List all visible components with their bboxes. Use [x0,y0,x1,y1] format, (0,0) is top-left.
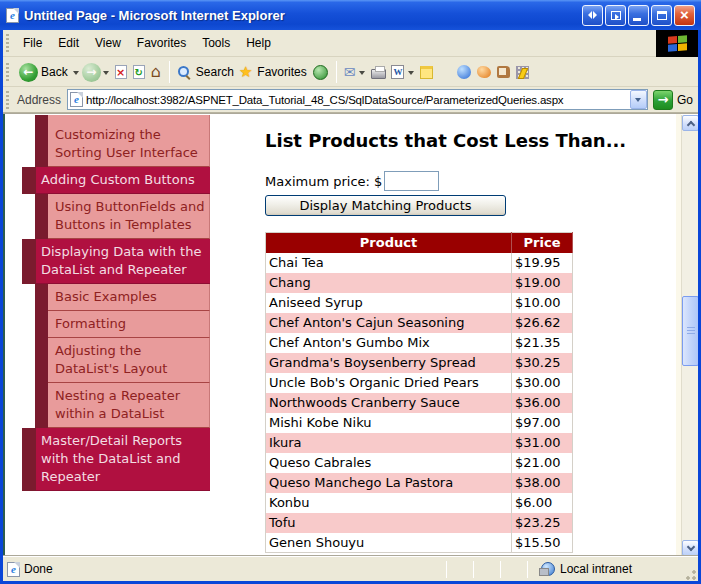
favorites-star-icon[interactable]: ★ [239,65,252,80]
mail-icon[interactable]: ✉ [344,65,356,79]
sidebar-item[interactable]: Displaying Data with the DataList and Re… [22,239,210,284]
minimize-icon [633,18,641,21]
sidebar-item-label: Using ButtonFields and Buttons in Templa… [48,194,210,239]
print-icon[interactable] [371,69,386,79]
quick-launch-icon[interactable] [516,66,529,79]
sidebar-item[interactable]: Customizing the Sorting User Interface [35,122,210,167]
status-pane-divider [527,561,528,578]
sidebar-item[interactable]: Master/Detail Reports with the DataList … [22,428,210,491]
nav-indent-block [35,311,48,338]
sidebar-item[interactable]: Adjusting the DataList's Layout [35,338,210,383]
window-title: Untitled Page - Microsoft Internet Explo… [24,8,582,23]
scrollbar-thumb[interactable] [682,296,698,366]
status-pane-divider [446,561,447,578]
product-cell: Northwoods Cranberry Sauce [266,393,512,413]
address-url[interactable]: http://localhost:3982/ASPNET_Data_Tutori… [86,94,630,106]
close-button[interactable] [674,5,695,26]
product-cell: Queso Manchego La Pastora [266,473,512,493]
product-cell: Mishi Kobe Niku [266,413,512,433]
back-button[interactable]: Back [41,65,68,79]
left-right-arrows-icon [587,11,598,19]
product-row: Konbu$6.00 [266,493,573,513]
menu-item-help[interactable]: Help [238,32,279,54]
titlebar-popout-button[interactable] [605,5,626,26]
price-cell: $23.25 [512,513,573,533]
price-cell: $30.00 [512,373,573,393]
product-row: Queso Manchego La Pastora$38.00 [266,473,573,493]
product-row: Genen Shouyu$15.50 [266,533,573,553]
sidebar-item-label: Basic Examples [48,284,210,311]
go-arrow-icon: → [653,90,673,110]
search-icon[interactable] [177,65,191,79]
sidebar-item[interactable]: Basic Examples [35,284,210,311]
toolbar-separator [336,61,337,83]
sidebar-item [35,115,210,122]
product-cell: Konbu [266,493,512,513]
resize-grip[interactable] [683,567,697,581]
nav-indent-block [22,239,36,284]
price-cell: $10.00 [512,293,573,313]
page-favicon [70,92,83,107]
forward-dropdown-icon[interactable] [103,71,109,78]
stop-icon[interactable] [115,65,127,79]
titlebar[interactable]: Untitled Page - Microsoft Internet Explo… [0,0,701,30]
msn-butterfly-icon[interactable] [477,66,491,78]
price-cell: $38.00 [512,473,573,493]
menu-item-edit[interactable]: Edit [50,32,87,54]
discuss-notes-icon[interactable] [420,66,433,79]
menu-items: FileEditViewFavoritesToolsHelp [15,32,656,54]
price-cell: $36.00 [512,393,573,413]
scroll-down-button[interactable] [682,540,698,556]
messenger-icon[interactable] [457,65,471,79]
intranet-zone-icon [541,562,555,576]
display-products-button[interactable]: Display Matching Products [265,195,506,216]
search-button[interactable]: Search [196,65,234,79]
menubar-grip[interactable] [6,34,9,52]
nav-indent-block [35,338,48,383]
minimize-button[interactable] [628,5,649,26]
sidebar-item[interactable]: Formatting [35,311,210,338]
max-price-label: Maximum price: $ [265,174,382,189]
address-field[interactable]: http://localhost:3982/ASPNET_Data_Tutori… [67,89,648,110]
edit-with-word-icon[interactable] [391,65,404,79]
go-button[interactable]: → Go [653,90,693,110]
menu-item-tools[interactable]: Tools [194,32,238,54]
status-pane-divider [500,561,501,578]
sidebar-item[interactable]: Using ButtonFields and Buttons in Templa… [35,194,210,239]
addressbar-grip[interactable] [6,91,9,109]
product-row: Ikura$31.00 [266,433,573,453]
menu-bar: FileEditViewFavoritesToolsHelp [3,30,698,57]
product-cell: Genen Shouyu [266,533,512,553]
vertical-scrollbar[interactable] [681,115,698,556]
toolbar-grip[interactable] [6,63,9,81]
edit-dropdown-icon[interactable] [408,71,414,78]
sidebar-item-label: Adjusting the DataList's Layout [48,338,210,383]
maximize-button[interactable] [651,5,672,26]
mail-dropdown-icon[interactable] [359,71,365,78]
go-label: Go [677,93,693,107]
menu-item-favorites[interactable]: Favorites [129,32,194,54]
forward-icon[interactable]: → [82,63,101,82]
sidebar-item-label: Customizing the Sorting User Interface [48,122,210,167]
status-bar: Done Local intranet [3,556,698,581]
scroll-up-button[interactable] [682,115,698,131]
back-icon[interactable]: ← [19,63,38,82]
product-row: Uncle Bob's Organic Dried Pears$30.00 [266,373,573,393]
home-icon[interactable]: ⌂ [151,64,161,80]
titlebar-arrows-button[interactable] [582,5,603,26]
security-zone-pane: Local intranet [541,562,683,576]
product-row: Chef Anton's Gumbo Mix$21.35 [266,333,573,353]
history-icon[interactable] [313,65,328,80]
menu-item-view[interactable]: View [87,32,129,54]
research-icon[interactable] [497,66,510,78]
back-dropdown-icon[interactable] [73,71,79,78]
sidebar-item[interactable]: Adding Custom Buttons [22,167,210,194]
chevron-up-icon [686,120,694,128]
menu-item-file[interactable]: File [15,32,50,54]
sidebar-item[interactable]: Nesting a Repeater within a DataList [35,383,210,428]
refresh-icon[interactable] [133,65,145,79]
maximize-icon [657,11,667,20]
address-dropdown-button[interactable] [630,90,647,109]
max-price-input[interactable] [384,171,439,191]
favorites-button[interactable]: Favorites [257,65,306,79]
